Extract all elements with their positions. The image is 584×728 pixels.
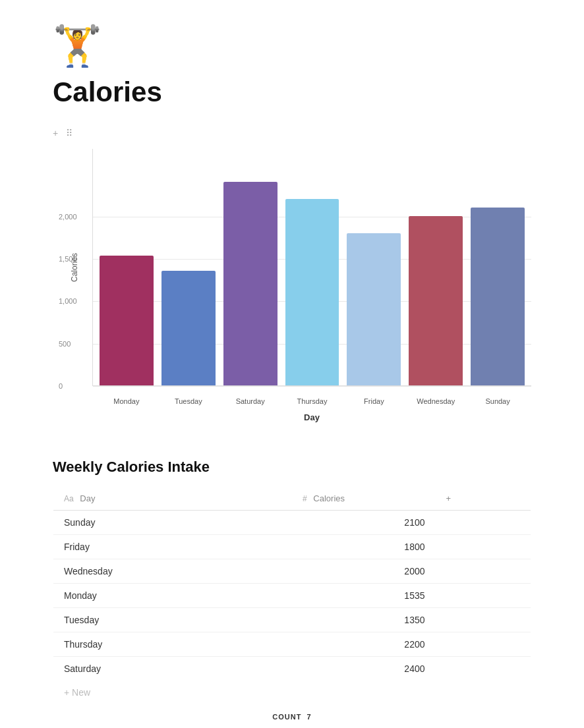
table-section: Weekly Calories Intake Aa Day # Calories… (53, 459, 531, 721)
cell-day: Monday (53, 584, 293, 608)
bar-group[interactable]: Sunday (471, 149, 525, 385)
col-header-day: Aa Day (53, 487, 293, 511)
bar-label-tuesday: Tuesday (175, 397, 202, 405)
cell-add (436, 584, 531, 608)
bar-group[interactable]: Friday (347, 149, 401, 385)
cell-day: Sunday (53, 511, 293, 535)
bar-group[interactable]: Monday (100, 149, 154, 385)
cell-calories: 2200 (292, 632, 436, 657)
page-container: 🏋️ Calories + ⠿ Calories 2,0001,5001,000… (0, 0, 584, 728)
add-col-icon: + (446, 493, 452, 503)
cell-add (436, 657, 531, 681)
calories-col-icon: # (303, 494, 307, 503)
cell-calories: 2100 (292, 511, 436, 535)
bar-monday[interactable] (100, 256, 154, 385)
gridline-label: 1,000 (59, 297, 77, 305)
bar-group[interactable]: Wednesday (409, 149, 463, 385)
bar-wednesday[interactable] (409, 216, 463, 385)
cell-day: Tuesday (53, 608, 293, 632)
cell-day: Saturday (53, 657, 293, 681)
chart-area: Calories 2,0001,5001,0005000 MondayTuesd… (92, 149, 531, 386)
page-title: Calories (53, 76, 531, 108)
cell-calories: 2400 (292, 657, 436, 681)
table-row[interactable]: Thursday2200 (53, 632, 531, 657)
y-axis-label: Calories (70, 252, 79, 281)
grid-button[interactable]: ⠿ (66, 128, 73, 138)
toolbar: + ⠿ (53, 128, 531, 138)
new-row[interactable]: + New (53, 681, 531, 705)
bar-tuesday[interactable] (161, 271, 216, 385)
cell-calories: 1350 (292, 608, 436, 632)
cell-add (436, 632, 531, 657)
col-header-calories: # Calories (292, 487, 436, 511)
day-col-icon: Aa (64, 494, 74, 503)
page-emoji: 🏋️ (53, 26, 531, 66)
add-block-button[interactable]: + (53, 128, 58, 138)
x-axis-title: Day (92, 412, 531, 422)
cell-calories: 1535 (292, 584, 436, 608)
new-row-cell[interactable]: + New (53, 681, 531, 705)
gridline-label: 0 (59, 382, 63, 390)
bar-sunday[interactable] (471, 208, 525, 385)
bar-label-friday: Friday (364, 397, 384, 405)
bar-saturday[interactable] (223, 182, 277, 385)
col-header-add[interactable]: + (436, 487, 531, 511)
table-body: Sunday2100Friday1800Wednesday2000Monday1… (53, 511, 531, 681)
cell-add (436, 511, 531, 535)
gridline (93, 386, 531, 387)
table-row[interactable]: Friday1800 (53, 535, 531, 559)
table-title: Weekly Calories Intake (53, 459, 531, 476)
gridline-label: 2,000 (59, 213, 77, 221)
cell-day: Thursday (53, 632, 293, 657)
bar-label-monday: Monday (113, 397, 139, 405)
count-value: 7 (307, 713, 312, 721)
count-label: COUNT (272, 713, 301, 721)
gridline-label: 500 (59, 340, 71, 348)
cell-day: Wednesday (53, 559, 293, 584)
table-header-row: Aa Day # Calories + (53, 487, 531, 511)
day-col-label: Day (80, 493, 95, 503)
bar-label-thursday: Thursday (297, 397, 328, 405)
data-table: Aa Day # Calories + Sunday2100Friday1800… (53, 486, 531, 705)
bar-group[interactable]: Thursday (285, 149, 339, 385)
bar-group[interactable]: Tuesday (161, 149, 216, 385)
count-bar: COUNT 7 (53, 713, 531, 721)
cell-calories: 1800 (292, 535, 436, 559)
table-row[interactable]: Saturday2400 (53, 657, 531, 681)
bar-label-saturday: Saturday (236, 397, 265, 405)
bar-thursday[interactable] (285, 199, 339, 385)
bar-group[interactable]: Saturday (223, 149, 277, 385)
calories-col-label: Calories (313, 493, 345, 503)
chart-container: Calories 2,0001,5001,0005000 MondayTuesd… (53, 149, 531, 426)
table-row[interactable]: Wednesday2000 (53, 559, 531, 584)
table-row[interactable]: Monday1535 (53, 584, 531, 608)
cell-add (436, 535, 531, 559)
table-row[interactable]: Tuesday1350 (53, 608, 531, 632)
table-row[interactable]: Sunday2100 (53, 511, 531, 535)
cell-day: Friday (53, 535, 293, 559)
bar-label-wednesday: Wednesday (417, 397, 455, 405)
cell-add (436, 608, 531, 632)
bar-label-sunday: Sunday (485, 397, 510, 405)
cell-calories: 2000 (292, 559, 436, 584)
cell-add (436, 559, 531, 584)
bar-friday[interactable] (347, 233, 401, 385)
